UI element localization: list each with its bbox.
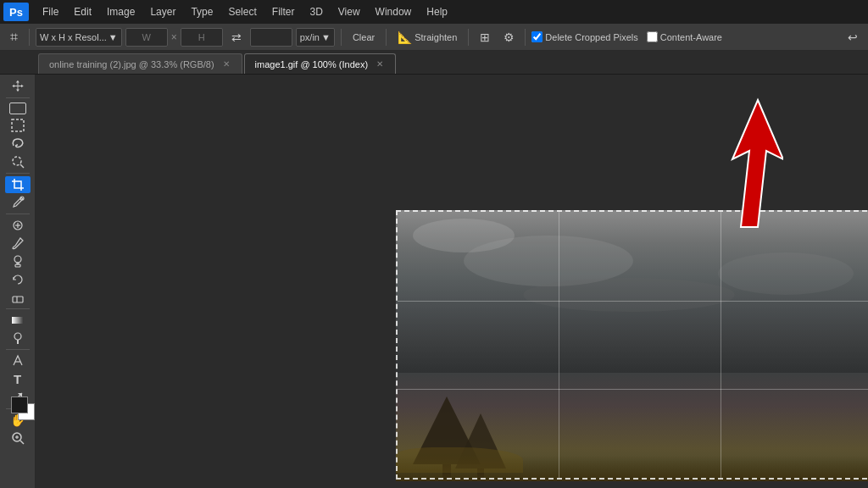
svg-line-2	[20, 164, 24, 168]
svg-rect-12	[12, 317, 24, 324]
svg-line-18	[20, 441, 24, 444]
width-input[interactable]	[125, 28, 168, 47]
content-aware-checkbox-container[interactable]: Content-Aware	[647, 31, 722, 42]
toolbar: ⌗ W x H x Resol... ▼ × ⇄ px/in ▼ Clear 📐…	[0, 24, 868, 51]
straighten-label: Straighten	[415, 32, 457, 42]
menu-window[interactable]: Window	[369, 3, 419, 20]
tool-divider-5	[6, 349, 30, 350]
tool-type[interactable]: T	[5, 370, 31, 387]
menu-select[interactable]: Select	[221, 3, 263, 20]
tool-history-brush[interactable]	[5, 271, 31, 288]
content-aware-checkbox[interactable]	[647, 31, 658, 42]
menu-edit[interactable]: Edit	[67, 3, 98, 20]
tool-eraser[interactable]	[5, 289, 31, 306]
svg-rect-0	[12, 119, 24, 131]
ps-logo: Ps	[3, 3, 29, 21]
crop-tool-indicator: ⌗	[5, 27, 23, 47]
tool-lasso[interactable]	[5, 135, 31, 152]
tool-move[interactable]	[5, 78, 31, 95]
delete-cropped-checkbox-container[interactable]: Delete Cropped Pixels	[531, 31, 637, 42]
tab-0[interactable]: online training (2).jpg @ 33.3% (RGB/8) …	[38, 53, 242, 74]
left-sidebar: T ✋	[0, 75, 36, 488]
tool-crop[interactable]	[5, 176, 31, 193]
tab-bar: online training (2).jpg @ 33.3% (RGB/8) …	[0, 51, 868, 75]
height-input[interactable]	[181, 28, 223, 47]
tool-marquee[interactable]	[5, 117, 31, 134]
tool-healing[interactable]	[5, 217, 31, 234]
menu-bar: Ps File Edit Image Layer Type Select Fil…	[0, 0, 868, 24]
ground-area	[396, 373, 868, 481]
ratio-dropdown[interactable]: W x H x Resol... ▼	[36, 28, 122, 47]
canvas-area[interactable]	[36, 75, 868, 488]
menu-layer[interactable]: Layer	[143, 3, 182, 20]
tool-gradient[interactable]	[5, 312, 31, 329]
delete-cropped-label: Delete Cropped Pixels	[545, 32, 637, 42]
tool-pen[interactable]	[5, 352, 31, 369]
content-aware-label: Content-Aware	[660, 32, 722, 42]
swap-button[interactable]: ⇄	[226, 27, 247, 47]
tool-quick-select[interactable]	[5, 153, 31, 170]
tool-divider-4	[6, 308, 30, 309]
dimension-x: ×	[171, 31, 177, 43]
tool-zoom[interactable]	[5, 430, 31, 446]
tool-brush[interactable]	[5, 235, 31, 252]
unit-chevron: ▼	[321, 32, 331, 42]
toolbar-separator-2	[341, 29, 342, 46]
toolbar-separator-4	[468, 29, 469, 46]
tool-divider-2	[6, 173, 30, 174]
tab-0-label: online training (2).jpg @ 33.3% (RGB/8)	[49, 59, 214, 69]
tab-1-label: image1.gif @ 100% (Index)	[255, 59, 368, 69]
image-container	[396, 210, 868, 481]
undo-button[interactable]: ↩	[843, 27, 863, 47]
delete-cropped-checkbox[interactable]	[531, 31, 542, 42]
menu-file[interactable]: File	[36, 3, 65, 20]
resolution-input[interactable]	[250, 28, 292, 47]
tool-divider-1	[6, 97, 30, 98]
tool-eyedropper[interactable]	[5, 194, 31, 211]
svg-point-13	[14, 333, 21, 340]
tool-divider-3	[6, 214, 30, 214]
toolbar-separator-3	[386, 29, 387, 46]
tool-stamp[interactable]	[5, 252, 31, 269]
straighten-button[interactable]: 📐 Straighten	[392, 27, 462, 47]
tool-artboard[interactable]	[9, 103, 26, 114]
ratio-label: W x H x Resol...	[40, 32, 107, 42]
straighten-icon: 📐	[398, 30, 412, 44]
menu-filter[interactable]: Filter	[265, 3, 302, 20]
tool-dodge[interactable]	[5, 330, 31, 347]
main-area: T ✋	[0, 75, 868, 488]
toolbar-separator-5	[525, 29, 526, 46]
settings-button[interactable]: ⚙	[498, 27, 519, 47]
canvas-image	[396, 210, 868, 481]
grid-button[interactable]: ⊞	[475, 27, 495, 47]
svg-point-7	[14, 256, 21, 263]
unit-dropdown[interactable]: px/in ▼	[296, 28, 335, 47]
toolbar-separator-1	[29, 29, 30, 46]
unit-label: px/in	[300, 32, 320, 42]
svg-marker-25	[732, 100, 783, 227]
menu-view[interactable]: View	[331, 3, 367, 20]
tab-0-close[interactable]: ✕	[221, 58, 231, 69]
svg-rect-9	[17, 263, 19, 264]
foreground-color-box[interactable]	[11, 396, 28, 413]
clear-button[interactable]: Clear	[348, 27, 380, 47]
ratio-chevron: ▼	[108, 32, 118, 42]
menu-help[interactable]: Help	[420, 3, 454, 20]
svg-point-1	[13, 157, 21, 165]
menu-type[interactable]: Type	[184, 3, 220, 20]
tab-1[interactable]: image1.gif @ 100% (Index) ✕	[244, 53, 396, 74]
svg-rect-10	[13, 297, 23, 302]
menu-image[interactable]: Image	[100, 3, 142, 20]
menu-3d[interactable]: 3D	[303, 3, 329, 20]
tab-1-close[interactable]: ✕	[375, 58, 385, 69]
sky-area	[396, 210, 868, 373]
